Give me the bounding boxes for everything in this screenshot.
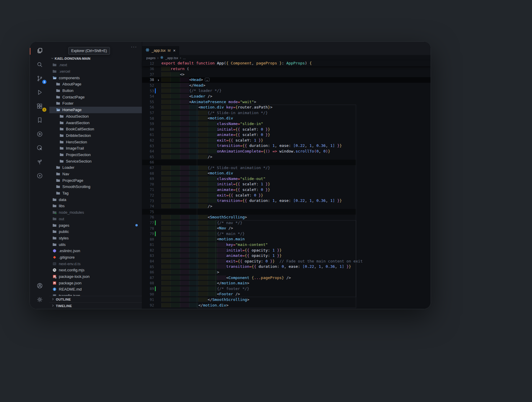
tree-item-readme-md[interactable]: README.md: [49, 286, 142, 293]
explorer-activity-button[interactable]: [30, 44, 49, 58]
line-number[interactable]: 92: [142, 303, 154, 307]
tree-item-styles[interactable]: styles: [49, 235, 142, 241]
tree-item-smoothscrolling[interactable]: SmoothScrolling: [49, 184, 142, 190]
tree-item-libs[interactable]: libs: [49, 203, 142, 209]
code-line-84[interactable]: 84 exit={{ opacity: 0 }} // Fade out the…: [142, 259, 431, 264]
line-number[interactable]: 89: [142, 287, 154, 291]
line-number[interactable]: 56: [142, 105, 154, 109]
tree-item-data[interactable]: data: [49, 196, 142, 203]
code-line-90[interactable]: 90 <Footer />: [142, 291, 431, 297]
tree-item--vercel[interactable]: .vercel: [49, 68, 142, 75]
tree-item-package-json[interactable]: package.json: [49, 280, 142, 286]
close-icon[interactable]: ×: [173, 48, 176, 53]
code-line-58[interactable]: 58 <motion.div: [142, 116, 431, 121]
tree-item-nav[interactable]: Nav: [49, 171, 142, 177]
code-line-37[interactable]: 37 <>: [142, 72, 431, 77]
line-number[interactable]: 70: [142, 182, 154, 187]
code-line-62[interactable]: 62 exit={{ scaleY: 1 }}: [142, 138, 431, 143]
tree-item-pages[interactable]: pages: [49, 222, 142, 228]
tree-item-projectpage[interactable]: ProjectPage: [49, 177, 142, 184]
code-line-92[interactable]: 92 </motion.div>: [142, 303, 431, 308]
line-number[interactable]: 79: [142, 232, 154, 236]
line-number[interactable]: 76: [142, 215, 154, 219]
code-line-68[interactable]: 68 <motion.div: [142, 171, 431, 176]
line-number[interactable]: 67: [142, 166, 154, 170]
tree-item-utils[interactable]: utils: [49, 241, 142, 248]
code-line-55[interactable]: 55 <AnimatePresence mode="wait">: [142, 99, 431, 105]
run-debug-activity-button[interactable]: [30, 86, 49, 100]
code-line-69[interactable]: 69 className="slide-out": [142, 176, 431, 182]
code-line-66[interactable]: 66: [142, 160, 431, 165]
tree-item-imagetrail[interactable]: ImageTrail: [49, 145, 142, 152]
tree-item-footer[interactable]: Footer: [49, 100, 142, 107]
tree-item--next[interactable]: .next: [49, 62, 142, 68]
timeline-section-header[interactable]: TIMELINE: [49, 302, 142, 309]
tree-item-next-config-mjs[interactable]: next.config.mjs: [49, 267, 142, 273]
line-number[interactable]: 88: [142, 281, 154, 285]
line-number[interactable]: 53: [142, 89, 154, 93]
line-number[interactable]: 64: [142, 149, 154, 153]
line-number[interactable]: 71: [142, 188, 154, 192]
tree-item-projectsection[interactable]: ProjectSection: [49, 152, 142, 158]
line-number[interactable]: 90: [142, 292, 154, 296]
line-number[interactable]: 59: [142, 122, 154, 126]
line-number[interactable]: 72: [142, 193, 154, 197]
line-number[interactable]: 36: [142, 67, 154, 71]
breadcrumb-pages[interactable]: pages: [146, 56, 155, 60]
code-line-67[interactable]: 67 {/* Slide-out animation */}: [142, 165, 431, 171]
code-line-87[interactable]: 87 <Component {...pageProps} />: [142, 275, 431, 281]
tab-app-tsx[interactable]: _app.tsx M ×: [142, 46, 179, 55]
code-line-65[interactable]: 65 />: [142, 154, 431, 160]
code-line-77[interactable]: 77 {/* nav */}: [142, 220, 431, 226]
bookmarks-activity-button[interactable]: [30, 114, 49, 128]
code-line-59[interactable]: 59 className="slide-in": [142, 121, 431, 127]
code-line-91[interactable]: 91 </SmoothScrolling>: [142, 297, 431, 303]
line-number[interactable]: 73: [142, 199, 154, 203]
code-line-81[interactable]: 81 key="main-content": [142, 242, 431, 248]
tree-item-servicesection[interactable]: ServiceSection: [49, 158, 142, 164]
line-number[interactable]: 86: [142, 270, 154, 274]
code-area[interactable]: 36 return (37 <>38› <Head>…52 </Head>53 …: [142, 66, 431, 309]
live-share-activity-button[interactable]: [30, 142, 49, 155]
line-number[interactable]: 87: [142, 276, 154, 280]
sticky-scroll-line[interactable]: 12export default function App({ Componen…: [142, 61, 431, 66]
code-line-88[interactable]: 88 </motion.main>: [142, 281, 431, 286]
thunder-client-activity-button[interactable]: [30, 169, 49, 183]
code-line-73[interactable]: 73 transition={{ duration: 1, ease: [0.2…: [142, 198, 431, 204]
code-line-80[interactable]: 80 <motion.main: [142, 236, 431, 242]
code-line-75[interactable]: 75: [142, 209, 431, 215]
code-line-12[interactable]: 12export default function App({ Componen…: [142, 61, 312, 66]
outline-section-header[interactable]: OUTLINE: [49, 296, 142, 302]
code-line-57[interactable]: 57 {/* Slide-in animation */}: [142, 110, 431, 116]
tree-item-awardsection[interactable]: AwardSection: [49, 119, 142, 126]
code-line-82[interactable]: 82 initial={{ opacity: 1 }}: [142, 248, 431, 253]
code-line-56[interactable]: 56 <motion.div key={router.asPath}>: [142, 105, 431, 110]
code-line-52[interactable]: 52 </Head>: [142, 83, 431, 88]
line-number[interactable]: 80: [142, 237, 154, 241]
line-number[interactable]: 63: [142, 144, 154, 148]
code-line-89[interactable]: 89 {/* footer */}: [142, 286, 431, 292]
code-line-70[interactable]: 70 initial={{ scaleY: 1 }}: [142, 181, 431, 187]
line-number[interactable]: 77: [142, 221, 154, 225]
code-line-78[interactable]: 78 <Nav />: [142, 226, 431, 231]
tree-item-package-lock-json[interactable]: package-lock.json: [49, 273, 142, 280]
code-line-83[interactable]: 83 animate={{ opacity: 1 }}: [142, 253, 431, 259]
code-line-38[interactable]: 38› <Head>…: [142, 77, 431, 83]
code-line-54[interactable]: 54 <Loader />: [142, 94, 431, 99]
tree-item-loader[interactable]: Loader: [49, 164, 142, 171]
code-line-64[interactable]: 64 onAnimationComplete={() => window.scr…: [142, 149, 431, 154]
tree-item-herosection[interactable]: HeroSection: [49, 139, 142, 145]
fold-chevron-icon[interactable]: ›: [156, 78, 161, 82]
tree-item-button[interactable]: Button: [49, 87, 142, 94]
line-number[interactable]: 83: [142, 254, 154, 258]
more-actions-button[interactable]: ···: [131, 44, 137, 49]
code-line-72[interactable]: 72 exit={{ scaleY: 0 }}: [142, 193, 431, 198]
tree-item--gitignore[interactable]: .gitignore: [49, 254, 142, 261]
line-number[interactable]: 66: [142, 160, 154, 164]
code-line-60[interactable]: 60 initial={{ scaleY: 0 }}: [142, 127, 431, 132]
line-number[interactable]: 78: [142, 226, 154, 231]
folded-region-marker[interactable]: …: [205, 78, 210, 82]
account-button[interactable]: [30, 279, 49, 293]
line-number[interactable]: 52: [142, 83, 154, 87]
line-number[interactable]: 75: [142, 210, 154, 214]
